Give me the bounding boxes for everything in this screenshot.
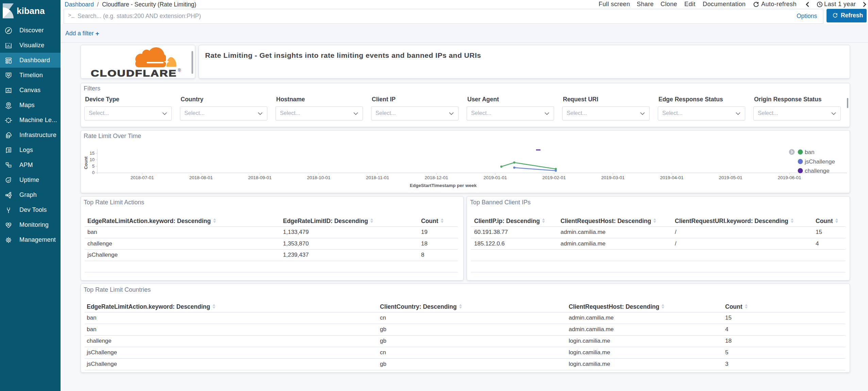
- svg-text:Count: Count: [83, 156, 88, 169]
- svg-text:2019-02-01: 2019-02-01: [542, 175, 566, 180]
- svg-text:15: 15: [90, 151, 95, 156]
- svg-text:2018-10-01: 2018-10-01: [307, 175, 330, 180]
- svg-text:jsChallenge: jsChallenge: [804, 158, 835, 165]
- svg-text:ban: ban: [805, 149, 814, 155]
- svg-text:2018-07-01: 2018-07-01: [130, 175, 154, 180]
- svg-text:2019-03-01: 2019-03-01: [601, 175, 624, 180]
- svg-text:2019-01-01: 2019-01-01: [483, 175, 507, 180]
- svg-text:2019-06-01: 2019-06-01: [778, 175, 801, 180]
- svg-text:challenge: challenge: [805, 168, 830, 174]
- svg-text:EdgeStartTimestamp per week: EdgeStartTimestamp per week: [410, 183, 477, 188]
- svg-text:2019-05-01: 2019-05-01: [719, 175, 742, 180]
- svg-text:5: 5: [92, 164, 95, 169]
- svg-text:2018-08-01: 2018-08-01: [189, 175, 213, 180]
- svg-text:2019-04-01: 2019-04-01: [660, 175, 683, 180]
- svg-text:2018-11-01: 2018-11-01: [366, 175, 389, 180]
- svg-text:2018-12-01: 2018-12-01: [424, 175, 448, 180]
- svg-text:2018-09-01: 2018-09-01: [248, 175, 271, 180]
- svg-text:0: 0: [92, 170, 95, 175]
- svg-text:10: 10: [90, 157, 95, 162]
